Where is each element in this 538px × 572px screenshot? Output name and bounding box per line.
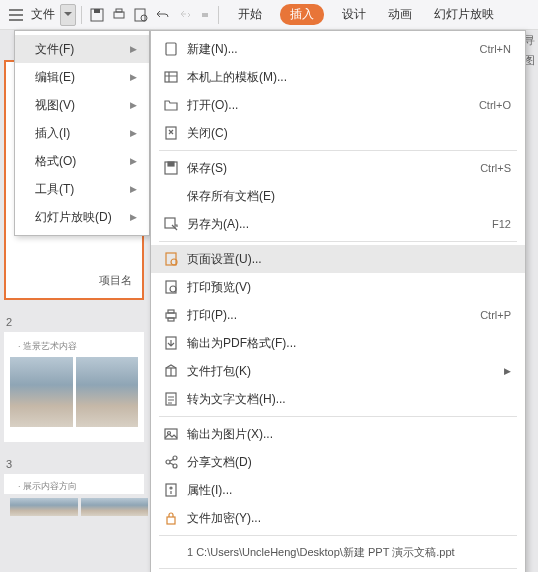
main-menu-label: 格式(O) bbox=[35, 153, 76, 170]
new-icon bbox=[161, 42, 181, 56]
submenu-label: 属性(I)... bbox=[187, 482, 511, 499]
submenu-item-saveas[interactable]: 另存为(A)...F12 bbox=[151, 210, 525, 238]
svg-rect-2 bbox=[114, 12, 124, 18]
submenu-label: 保存(S) bbox=[187, 160, 480, 177]
main-menu-item-4[interactable]: 格式(O)▶ bbox=[15, 147, 149, 175]
undo-icon[interactable] bbox=[153, 4, 173, 26]
main-menu-item-2[interactable]: 视图(V)▶ bbox=[15, 91, 149, 119]
submenu-item-package[interactable]: 文件打包(K)▶ bbox=[151, 357, 525, 385]
svg-rect-6 bbox=[166, 43, 176, 55]
main-menu: 文件(F)▶编辑(E)▶视图(V)▶插入(I)▶格式(O)▶工具(T)▶幻灯片放… bbox=[14, 30, 150, 236]
props-icon bbox=[161, 483, 181, 497]
submenu-item-encrypt[interactable]: 文件加密(Y)... bbox=[151, 504, 525, 532]
submenu-label: 打开(O)... bbox=[187, 97, 479, 114]
print-icon[interactable] bbox=[109, 4, 129, 26]
submenu-item-preview[interactable]: 打印预览(V) bbox=[151, 273, 525, 301]
file-dropdown-icon[interactable] bbox=[60, 4, 76, 26]
submenu-label: 关闭(C) bbox=[187, 125, 511, 142]
recent-file-item[interactable]: 1 C:\Users\UncleHeng\Desktop\新建 PPT 演示文稿… bbox=[151, 539, 525, 565]
tab-animation[interactable]: 动画 bbox=[384, 4, 416, 25]
slide-thumb-2[interactable]: · 造景艺术内容 bbox=[4, 332, 144, 442]
svg-point-5 bbox=[141, 15, 147, 21]
save-icon[interactable] bbox=[87, 4, 107, 26]
submenu-item-6[interactable]: 保存所有文档(E) bbox=[151, 182, 525, 210]
svg-rect-16 bbox=[166, 313, 176, 318]
svg-point-28 bbox=[170, 487, 172, 489]
submenu-item-template[interactable]: 本机上的模板(M)... bbox=[151, 63, 525, 91]
svg-rect-27 bbox=[166, 484, 176, 496]
chevron-right-icon: ▶ bbox=[130, 156, 137, 166]
svg-rect-18 bbox=[168, 318, 174, 321]
main-menu-item-1[interactable]: 编辑(E)▶ bbox=[15, 63, 149, 91]
slide-1-label: 项目名 bbox=[99, 273, 132, 288]
file-menu-button[interactable]: 文件 bbox=[28, 4, 58, 26]
submenu-item-save[interactable]: 保存(S)Ctrl+S bbox=[151, 154, 525, 182]
shortcut-label: F12 bbox=[492, 218, 511, 230]
submenu-item-new[interactable]: 新建(N)...Ctrl+N bbox=[151, 35, 525, 63]
svg-point-24 bbox=[166, 460, 170, 464]
submenu-item-print[interactable]: 打印(P)...Ctrl+P bbox=[151, 301, 525, 329]
main-menu-label: 工具(T) bbox=[35, 181, 74, 198]
tab-start[interactable]: 开始 bbox=[234, 4, 266, 25]
submenu-item-props[interactable]: 属性(I)... bbox=[151, 476, 525, 504]
share-icon bbox=[161, 455, 181, 469]
main-menu-item-6[interactable]: 幻灯片放映(D)▶ bbox=[15, 203, 149, 231]
redo-dropdown-icon[interactable] bbox=[175, 4, 195, 26]
submenu-item-open[interactable]: 打开(O)...Ctrl+O bbox=[151, 91, 525, 119]
pagesetup-icon bbox=[161, 252, 181, 266]
svg-point-15 bbox=[170, 286, 176, 292]
menu-separator bbox=[159, 150, 517, 151]
chevron-right-icon: ▶ bbox=[504, 366, 511, 376]
submenu-item-close[interactable]: 关闭(C) bbox=[151, 119, 525, 147]
ribbon-tabs: 开始 插入 设计 动画 幻灯片放映 bbox=[234, 4, 498, 25]
slide-thumb-3[interactable]: · 展示内容方向 bbox=[4, 474, 144, 494]
shortcut-label: Ctrl+O bbox=[479, 99, 511, 111]
shortcut-label: Ctrl+S bbox=[480, 162, 511, 174]
slide-2-title: · 造景艺术内容 bbox=[4, 332, 144, 357]
menu-separator bbox=[159, 241, 517, 242]
submenu-item-image[interactable]: 输出为图片(X)... bbox=[151, 420, 525, 448]
submenu-label: 本机上的模板(M)... bbox=[187, 69, 511, 86]
top-toolbar: 文件 开始 插入 设计 动画 幻灯片放映 bbox=[0, 0, 538, 30]
main-menu-label: 编辑(E) bbox=[35, 69, 75, 86]
open-icon bbox=[161, 98, 181, 112]
svg-rect-29 bbox=[167, 517, 175, 524]
submenu-item-word[interactable]: 转为文字文档(H)... bbox=[151, 385, 525, 413]
preview-icon bbox=[161, 280, 181, 294]
svg-rect-8 bbox=[166, 127, 176, 139]
word-icon bbox=[161, 392, 181, 406]
chevron-right-icon: ▶ bbox=[130, 128, 137, 138]
more-icon[interactable] bbox=[197, 4, 213, 26]
encrypt-icon bbox=[161, 511, 181, 525]
submenu-item-pagesetup[interactable]: 页面设置(U)... bbox=[151, 245, 525, 273]
close-icon bbox=[161, 126, 181, 140]
submenu-item-pdf[interactable]: 输出为PDF格式(F)... bbox=[151, 329, 525, 357]
submenu-label: 转为文字文档(H)... bbox=[187, 391, 511, 408]
svg-rect-22 bbox=[165, 429, 177, 439]
tab-slideshow[interactable]: 幻灯片放映 bbox=[430, 4, 498, 25]
preview-icon[interactable] bbox=[131, 4, 151, 26]
submenu-label: 另存为(A)... bbox=[187, 216, 492, 233]
submenu-item-share[interactable]: 分享文档(D) bbox=[151, 448, 525, 476]
submenu-label: 文件加密(Y)... bbox=[187, 510, 511, 527]
shortcut-label: Ctrl+P bbox=[480, 309, 511, 321]
tab-insert[interactable]: 插入 bbox=[280, 4, 324, 25]
svg-rect-17 bbox=[168, 310, 174, 313]
menu-separator bbox=[159, 535, 517, 536]
main-menu-item-0[interactable]: 文件(F)▶ bbox=[15, 35, 149, 63]
submenu-label: 文件打包(K) bbox=[187, 363, 504, 380]
file-submenu: 新建(N)...Ctrl+N本机上的模板(M)...打开(O)...Ctrl+O… bbox=[150, 30, 526, 572]
main-menu-item-3[interactable]: 插入(I)▶ bbox=[15, 119, 149, 147]
hamburger-icon[interactable] bbox=[6, 4, 26, 26]
tab-design[interactable]: 设计 bbox=[338, 4, 370, 25]
package-icon bbox=[161, 364, 181, 378]
chevron-right-icon: ▶ bbox=[130, 72, 137, 82]
shortcut-label: Ctrl+N bbox=[480, 43, 511, 55]
print-icon bbox=[161, 308, 181, 322]
saveas-icon bbox=[161, 217, 181, 231]
slide-number-3: 3 bbox=[6, 458, 154, 470]
main-menu-label: 文件(F) bbox=[35, 41, 74, 58]
submenu-label: 输出为PDF格式(F)... bbox=[187, 335, 511, 352]
menu-separator bbox=[159, 568, 517, 569]
main-menu-item-5[interactable]: 工具(T)▶ bbox=[15, 175, 149, 203]
